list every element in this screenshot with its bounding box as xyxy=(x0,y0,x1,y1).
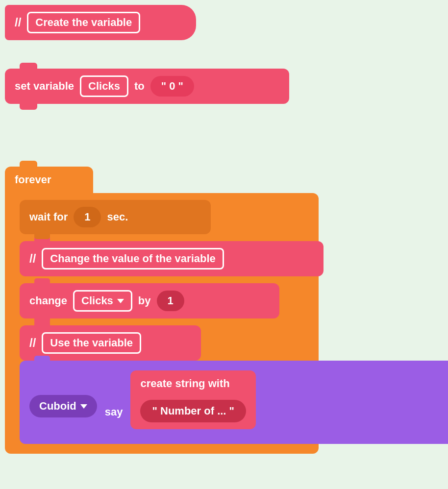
string-value[interactable]: " Number of ... " xyxy=(140,400,246,422)
change-variable-block: change Clicks by 1 xyxy=(20,283,279,318)
comment-slash-1: // xyxy=(15,16,21,29)
create-variable-label: Create the variable xyxy=(27,12,140,33)
say-label: say xyxy=(105,406,123,418)
create-variable-block: // Create the variable xyxy=(5,5,196,40)
wait-for-value[interactable]: 1 xyxy=(74,207,101,227)
set-variable-name[interactable]: Clicks xyxy=(80,75,128,97)
comment-change-block: // Change the value of the variable xyxy=(20,241,324,276)
comment-change-label: Change the value of the variable xyxy=(42,248,224,269)
wait-for-prefix: wait for xyxy=(29,211,68,223)
set-variable-block: set variable Clicks to " 0 " xyxy=(5,69,289,104)
forever-header: forever xyxy=(5,167,93,193)
comment-use-label: Use the variable xyxy=(42,332,141,354)
chevron-down-icon xyxy=(117,299,124,303)
forever-label: forever xyxy=(15,173,51,186)
create-string-block: create string with " Number of ... " xyxy=(130,370,256,429)
wait-for-suffix: sec. xyxy=(107,211,128,223)
cuboid-label: Cuboid xyxy=(39,400,76,413)
cuboid-dropdown[interactable]: Cuboid xyxy=(29,395,97,417)
wait-for-block: wait for 1 sec. xyxy=(20,200,211,234)
comment-slash-3: // xyxy=(29,336,36,350)
change-prefix: change xyxy=(29,294,67,307)
set-variable-value[interactable]: " 0 " xyxy=(150,76,194,97)
say-block: Cuboid say create string with " Number o… xyxy=(20,361,448,444)
chevron-down-icon-cuboid xyxy=(80,404,87,409)
forever-block: forever wait for 1 sec. // Change the va… xyxy=(5,167,319,454)
comment-slash-2: // xyxy=(29,252,36,266)
change-value[interactable]: 1 xyxy=(157,291,184,311)
set-variable-prefix: set variable xyxy=(15,80,74,93)
change-variable-dropdown[interactable]: Clicks xyxy=(73,290,132,312)
change-connector: by xyxy=(138,294,151,307)
set-variable-connector: to xyxy=(134,80,145,93)
create-string-label: create string with xyxy=(140,377,229,390)
